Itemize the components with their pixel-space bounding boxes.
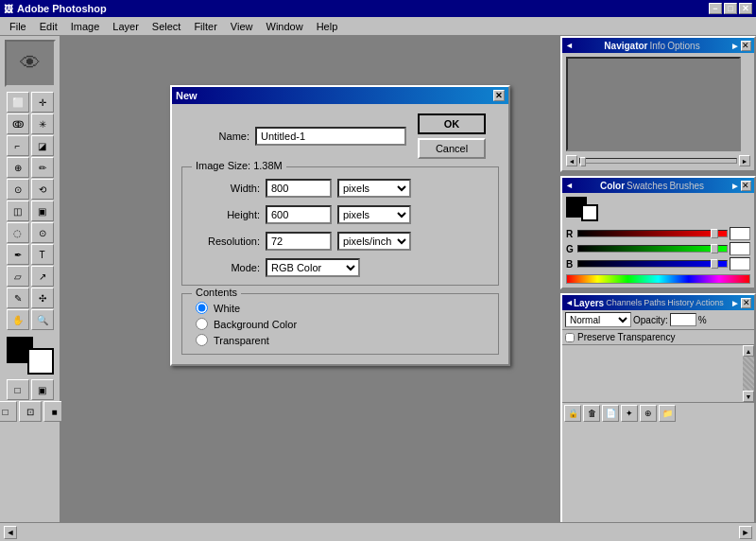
mode-row: Mode: RGB Color CMYK Color Grayscale Lab… <box>192 258 489 277</box>
image-size-group: Image Size: 1.38M Width: pixels inches c… <box>181 166 499 286</box>
width-unit-select[interactable]: pixels inches cm <box>337 179 411 198</box>
width-label: Width: <box>192 183 260 194</box>
dialog-title-text: New <box>176 90 198 101</box>
transparent-radio[interactable] <box>196 334 208 346</box>
cancel-button[interactable]: Cancel <box>418 138 486 159</box>
workspace: 👁 ⬜ ✛ ↂ ✳ ⌐ ◪ ⊕ ✏ ⊙ ⟲ ◫ ▣ ◌ ⊙ <box>0 36 756 541</box>
white-label: White <box>214 303 240 314</box>
height-unit-select[interactable]: pixels inches cm <box>337 205 411 224</box>
dialog-buttons: OK Cancel <box>418 113 486 159</box>
resolution-input[interactable] <box>266 232 332 251</box>
white-radio-row: White <box>196 302 485 314</box>
contents-legend: Contents <box>192 287 241 298</box>
dialog-overlay: New ✕ Name: OK Cancel Image Size: 1. <box>0 0 756 541</box>
width-row: Width: pixels inches cm <box>192 179 489 198</box>
white-radio[interactable] <box>196 302 208 314</box>
transparent-radio-row: Transparent <box>196 334 485 346</box>
name-row: Name: OK Cancel <box>181 113 499 159</box>
transparent-label: Transparent <box>214 335 269 346</box>
height-input[interactable] <box>266 205 332 224</box>
background-radio-row: Background Color <box>196 318 485 330</box>
mode-label: Mode: <box>192 262 260 273</box>
ok-button[interactable]: OK <box>418 113 486 134</box>
height-label: Height: <box>192 209 260 220</box>
dialog-title-bar: New ✕ <box>172 87 508 104</box>
resolution-label: Resolution: <box>192 236 260 247</box>
new-dialog: New ✕ Name: OK Cancel Image Size: 1. <box>170 85 510 366</box>
background-label: Background Color <box>214 319 297 330</box>
background-radio[interactable] <box>196 318 208 330</box>
contents-group: Contents White Background Color Transpar… <box>181 293 499 355</box>
resolution-row: Resolution: pixels/inch pixels/cm <box>192 232 489 251</box>
resolution-unit-select[interactable]: pixels/inch pixels/cm <box>337 232 411 251</box>
image-size-label: Image Size: 1.38M <box>192 160 286 171</box>
width-input[interactable] <box>266 179 332 198</box>
name-label: Name: <box>181 131 249 142</box>
mode-select[interactable]: RGB Color CMYK Color Grayscale Lab Color… <box>266 258 360 277</box>
dialog-body: Name: OK Cancel Image Size: 1.38M Width: <box>172 104 508 364</box>
name-input[interactable] <box>255 127 406 146</box>
height-row: Height: pixels inches cm <box>192 205 489 224</box>
dialog-close-btn[interactable]: ✕ <box>493 90 505 101</box>
